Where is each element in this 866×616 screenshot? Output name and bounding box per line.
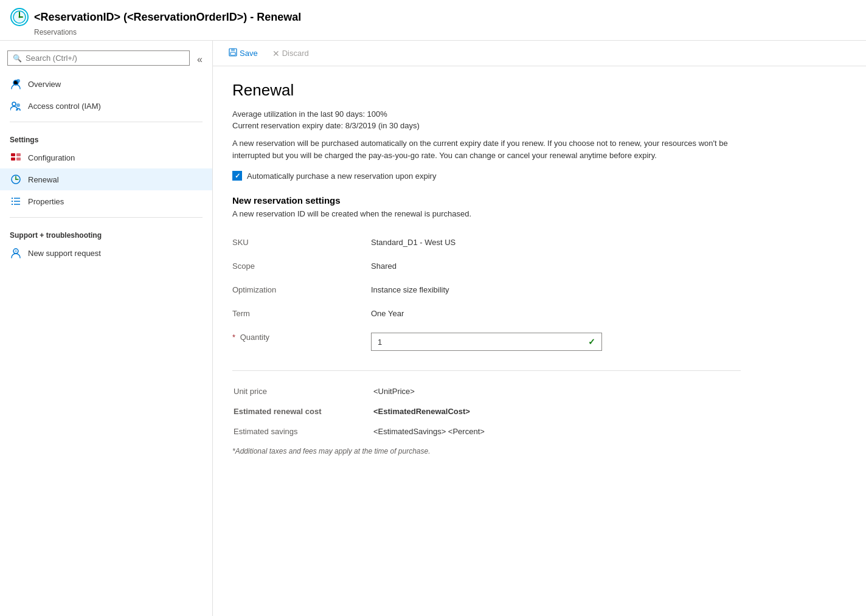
support-icon bbox=[10, 247, 22, 259]
price-value-unit: <UnitPrice> bbox=[369, 382, 740, 401]
page-content: Renewal Average utilization in the last … bbox=[213, 66, 760, 470]
table-row-optimization: Optimization Instance size flexibility bbox=[232, 278, 741, 302]
renewal-icon bbox=[10, 173, 22, 185]
auto-renew-label: Automatically purchase a new reservation… bbox=[247, 171, 436, 181]
quantity-input-field[interactable]: 1 ✓ bbox=[371, 333, 602, 351]
field-label-term: Term bbox=[232, 302, 366, 325]
quantity-value: 1 bbox=[378, 337, 382, 347]
svg-rect-16 bbox=[12, 198, 13, 199]
sidebar-item-renewal-label: Renewal bbox=[28, 175, 59, 184]
auto-renew-checkbox[interactable]: ✓ bbox=[232, 171, 242, 181]
svg-point-8 bbox=[16, 103, 20, 107]
sidebar-item-configuration-label: Configuration bbox=[28, 153, 75, 162]
svg-point-7 bbox=[12, 102, 16, 106]
discard-icon: ✕ bbox=[272, 49, 280, 58]
sidebar-item-overview-label: Overview bbox=[28, 80, 61, 89]
discard-button-label: Discard bbox=[282, 49, 309, 58]
new-reservation-section: New reservation settings A new reservati… bbox=[232, 195, 741, 455]
header-subtitle: Reservations bbox=[34, 28, 856, 36]
field-label-sku: SKU bbox=[232, 230, 366, 254]
footnote: *Additional taxes and fees may apply at … bbox=[232, 447, 741, 455]
new-reservation-title: New reservation settings bbox=[232, 195, 741, 206]
table-row-term: Term One Year bbox=[232, 302, 741, 325]
sidebar-item-properties-label: Properties bbox=[28, 197, 64, 206]
field-value-sku: Standard_D1 - West US bbox=[366, 230, 741, 254]
required-star: * bbox=[232, 333, 235, 342]
reservation-icon bbox=[10, 7, 29, 27]
field-value-term: One Year bbox=[366, 302, 741, 325]
config-icon bbox=[10, 151, 22, 164]
svg-point-6 bbox=[16, 79, 20, 83]
search-bar[interactable]: 🔍 bbox=[7, 50, 190, 66]
new-reservation-desc: A new reservation ID will be created whe… bbox=[232, 209, 741, 218]
svg-point-4 bbox=[19, 16, 21, 18]
price-label-savings: Estimated savings bbox=[234, 422, 367, 441]
overview-icon bbox=[10, 78, 22, 90]
table-row-sku: SKU Standard_D1 - West US bbox=[232, 230, 741, 254]
field-value-quantity: 1 ✓ bbox=[366, 325, 741, 358]
svg-rect-25 bbox=[231, 49, 235, 51]
sidebar-item-support-label: New support request bbox=[28, 249, 101, 258]
iam-icon bbox=[10, 100, 22, 112]
svg-rect-9 bbox=[11, 153, 15, 156]
settings-table: SKU Standard_D1 - West US Scope Shared O… bbox=[232, 230, 741, 358]
page-window-title: <ReservationID> (<ReservationOrderID>) -… bbox=[34, 11, 301, 24]
pricing-table: Unit price <UnitPrice> Estimated renewal… bbox=[232, 381, 741, 442]
sidebar-item-configuration[interactable]: Configuration bbox=[0, 147, 212, 168]
field-value-optimization: Instance size flexibility bbox=[366, 278, 741, 302]
properties-icon bbox=[10, 195, 22, 207]
sidebar-item-iam-label: Access control (IAM) bbox=[28, 102, 101, 111]
support-section-label: Support + troubleshooting bbox=[0, 223, 212, 242]
discard-button[interactable]: ✕ Discard bbox=[266, 46, 315, 61]
main-layout: 🔍 « Overview bbox=[0, 41, 866, 616]
content-area: Save ✕ Discard Renewal Average utilizati… bbox=[213, 41, 866, 616]
sidebar-item-properties[interactable]: Properties bbox=[0, 190, 212, 212]
field-value-scope: Shared bbox=[366, 254, 741, 278]
expiry-info: Current reservation expiry date: 8/3/201… bbox=[232, 121, 741, 130]
save-button-label: Save bbox=[240, 49, 258, 58]
field-label-quantity: * Quantity bbox=[232, 325, 366, 358]
price-row-unit: Unit price <UnitPrice> bbox=[234, 382, 740, 401]
save-button[interactable]: Save bbox=[223, 46, 264, 61]
svg-rect-11 bbox=[16, 153, 21, 156]
svg-rect-18 bbox=[12, 201, 13, 202]
svg-rect-10 bbox=[11, 157, 15, 161]
sidebar-nav: Overview Access control (IAM) Settings bbox=[0, 73, 212, 616]
renewal-description: A new reservation will be purchased auto… bbox=[232, 137, 741, 161]
svg-rect-26 bbox=[230, 52, 235, 55]
header: <ReservationID> (<ReservationOrderID>) -… bbox=[0, 0, 866, 41]
utilization-info: Average utilization in the last 90 days:… bbox=[232, 109, 741, 119]
sidebar-item-support[interactable]: New support request bbox=[0, 242, 212, 264]
auto-renew-checkbox-row[interactable]: ✓ Automatically purchase a new reservati… bbox=[232, 171, 741, 181]
price-label-unit: Unit price bbox=[234, 382, 367, 401]
price-value-estimated: <EstimatedRenewalCost> bbox=[369, 402, 740, 421]
page-title: Renewal bbox=[232, 81, 741, 100]
quantity-valid-icon: ✓ bbox=[588, 337, 595, 347]
field-label-scope: Scope bbox=[232, 254, 366, 278]
field-label-optimization: Optimization bbox=[232, 278, 366, 302]
svg-rect-12 bbox=[16, 157, 21, 161]
price-value-savings: <EstimatedSavings> <Percent> bbox=[369, 422, 740, 441]
section-divider bbox=[232, 370, 741, 371]
search-icon: 🔍 bbox=[13, 54, 22, 63]
divider-2 bbox=[10, 217, 203, 218]
search-input[interactable] bbox=[26, 54, 184, 63]
table-row-quantity: * Quantity 1 ✓ bbox=[232, 325, 741, 358]
divider-1 bbox=[10, 122, 203, 122]
svg-point-23 bbox=[15, 250, 17, 252]
collapse-sidebar-button[interactable]: « bbox=[197, 54, 203, 65]
price-row-estimated: Estimated renewal cost <EstimatedRenewal… bbox=[234, 402, 740, 421]
settings-section-label: Settings bbox=[0, 127, 212, 147]
sidebar-item-iam[interactable]: Access control (IAM) bbox=[0, 95, 212, 117]
toolbar: Save ✕ Discard bbox=[213, 41, 866, 66]
header-title-row: <ReservationID> (<ReservationOrderID>) -… bbox=[10, 7, 856, 27]
save-icon bbox=[229, 48, 237, 58]
sidebar: 🔍 « Overview bbox=[0, 41, 213, 616]
price-label-estimated: Estimated renewal cost bbox=[234, 402, 367, 421]
table-row-scope: Scope Shared bbox=[232, 254, 741, 278]
sidebar-item-renewal[interactable]: Renewal bbox=[0, 168, 212, 190]
price-row-savings: Estimated savings <EstimatedSavings> <Pe… bbox=[234, 422, 740, 441]
checkbox-checkmark: ✓ bbox=[235, 172, 240, 180]
sidebar-item-overview[interactable]: Overview bbox=[0, 73, 212, 95]
svg-rect-20 bbox=[12, 204, 13, 205]
